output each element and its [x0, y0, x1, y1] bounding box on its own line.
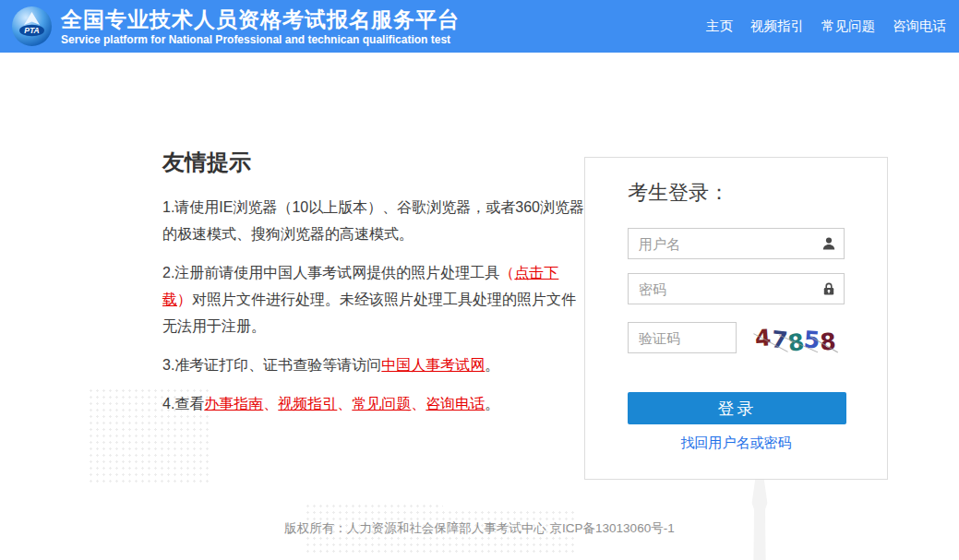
pta-logo-icon: PTA — [11, 6, 53, 47]
svg-text:PTA: PTA — [24, 26, 39, 35]
captcha-row: 4 7 8 5 8 — [628, 318, 845, 357]
site-title: 全国专业技术人员资格考试报名服务平台 — [61, 6, 460, 32]
tip-item-2: 2.注册前请使用中国人事考试网提供的照片处理工具（点击下载）对照片文件进行处理。… — [162, 259, 585, 340]
video-guide-link[interactable]: 视频指引 — [278, 396, 337, 411]
site-subtitle: Service platform for National Profession… — [61, 33, 460, 46]
password-input[interactable] — [628, 273, 845, 304]
username-row — [628, 228, 845, 259]
forgot-credentials-link[interactable]: 找回用户名或密码 — [585, 435, 887, 452]
captcha-image[interactable]: 4 7 8 5 8 — [749, 318, 842, 357]
user-icon — [821, 236, 836, 251]
cpta-site-link[interactable]: 中国人事考试网 — [381, 357, 485, 373]
lock-icon — [821, 281, 836, 296]
captcha-input[interactable] — [628, 322, 737, 353]
hotline-link[interactable]: 咨询电话 — [426, 396, 485, 411]
nav-hotline[interactable]: 咨询电话 — [893, 18, 946, 35]
header: PTA 全国专业技术人员资格考试报名服务平台 Service platform … — [0, 0, 959, 53]
nav-home[interactable]: 主页 — [706, 18, 733, 35]
nav-video-guide[interactable]: 视频指引 — [750, 18, 804, 35]
nav-faq[interactable]: 常见问题 — [821, 18, 875, 35]
tip-item-3: 3.准考证打印、证书查验等请访问中国人事考试网。 — [162, 351, 585, 378]
tips-section: 友情提示 1.请使用IE浏览器（10以上版本）、谷歌浏览器，或者360浏览器的极… — [162, 148, 585, 429]
login-button[interactable]: 登录 — [628, 392, 846, 424]
faq-link[interactable]: 常见问题 — [352, 396, 411, 411]
tips-heading: 友情提示 — [162, 148, 585, 177]
top-nav: 主页 视频指引 常见问题 咨询电话 — [706, 18, 946, 35]
password-row — [628, 273, 845, 304]
footer: 版权所有：人力资源和社会保障部人事考试中心 京ICP备13013060号-1 — [0, 520, 959, 537]
tip-item-1: 1.请使用IE浏览器（10以上版本）、谷歌浏览器，或者360浏览器的极速模式、搜… — [162, 194, 585, 247]
username-input[interactable] — [628, 228, 845, 259]
service-guide-link[interactable]: 办事指南 — [204, 396, 263, 411]
login-heading: 考生登录： — [628, 179, 845, 207]
copyright-text: 版权所有：人力资源和社会保障部人事考试中心 京ICP备13013060号-1 — [284, 521, 674, 535]
login-panel: 考生登录： 4 7 8 5 8 登录 找回用户名或密码 — [584, 157, 888, 480]
tip-item-4: 4.查看办事指南、视频指引、常见问题、咨询电话。 — [162, 390, 585, 417]
